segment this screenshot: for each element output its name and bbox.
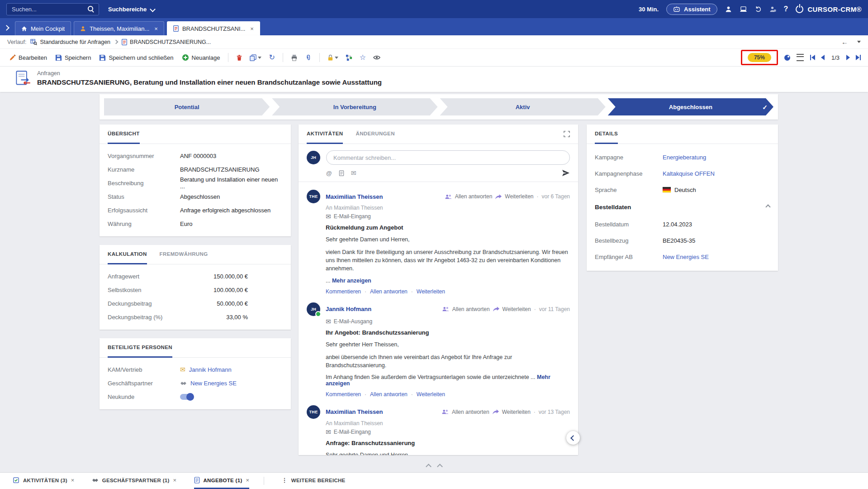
milestone-abgeschlossen[interactable]: Abgeschlossen ✓ xyxy=(608,98,773,115)
history-back-icon[interactable]: ← xyxy=(841,38,848,46)
bottom-tab-weitere-bereiche[interactable]: ⋮ WEITERE BEREICHE xyxy=(281,473,345,489)
field-value[interactable]: 12.04.2023 xyxy=(663,221,692,228)
close-icon[interactable]: × xyxy=(173,477,177,484)
print-button[interactable] xyxy=(289,53,299,62)
author-name[interactable]: Jannik Hofmann xyxy=(326,306,371,312)
next-record-button[interactable] xyxy=(846,55,850,60)
global-search[interactable] xyxy=(6,3,99,15)
email-subject[interactable]: Anfrage: Branschutzssanierung xyxy=(326,440,570,446)
tab-aktivitaeten[interactable]: AKTIVITÄTEN xyxy=(307,125,343,144)
reply-all-action[interactable]: Allen antworten xyxy=(452,409,489,415)
field-value[interactable]: BRANDSCHUTZSANIERUNG xyxy=(180,166,260,173)
email-subject[interactable]: Rückmeldung zum Angebot xyxy=(326,224,570,231)
field-value[interactable]: 33,00 % xyxy=(180,314,248,321)
forward-action[interactable]: Weiterleiten xyxy=(417,288,445,295)
forward-action[interactable]: Weiterleiten xyxy=(505,193,533,200)
field-value[interactable]: 150.000,00 € xyxy=(180,273,248,280)
field-value[interactable]: 100.000,00 € xyxy=(180,287,248,293)
search-input[interactable] xyxy=(11,5,88,13)
field-value[interactable]: Anfrage erfolgreich abgeschlossen xyxy=(180,207,270,214)
bottom-tab-geschaeftspartner[interactable]: GESCHÄFTSPARTNER (1) × xyxy=(92,473,177,489)
milestone-potential[interactable]: Potential xyxy=(104,98,270,115)
field-value[interactable]: BE20435-35 xyxy=(663,237,695,244)
comment-action[interactable]: Kommentieren xyxy=(326,288,361,295)
field-value[interactable]: Euro xyxy=(180,221,192,227)
refresh-button[interactable]: ↻ xyxy=(267,53,276,62)
field-value[interactable]: ANF 0000003 xyxy=(180,153,216,159)
forward-action[interactable]: Weiterleiten xyxy=(503,306,531,312)
last-record-button[interactable] xyxy=(856,55,861,60)
help-button[interactable]: ? xyxy=(784,5,788,13)
user-settings-icon[interactable] xyxy=(769,6,776,13)
collapse-chevron-icon[interactable] xyxy=(765,204,770,209)
milestone-aktiv[interactable]: Aktiv xyxy=(440,98,606,115)
email-subject[interactable]: Ihr Angebot: Brandschutzssanierung xyxy=(326,329,570,336)
form-icon[interactable] xyxy=(339,170,344,176)
breadcrumb-search[interactable]: Standardsuche für Anfragen xyxy=(30,38,110,45)
order-data-section-header[interactable]: Bestelldaten xyxy=(595,198,770,216)
delete-button[interactable] xyxy=(235,53,244,62)
reply-all-action[interactable]: Allen antworten xyxy=(452,306,490,312)
close-icon[interactable]: × xyxy=(154,25,158,32)
reply-all-action[interactable]: Allen antworten xyxy=(370,391,408,398)
forward-action[interactable]: Weiterleiten xyxy=(502,409,531,415)
show-more-link[interactable]: Mehr anzeigen xyxy=(332,278,371,284)
tab-request-brandschutz[interactable]: BRANDSCHUTZSANI... × xyxy=(167,21,260,35)
panel-collapse-button[interactable] xyxy=(566,431,580,445)
power-icon[interactable] xyxy=(796,5,803,13)
expand-icon[interactable] xyxy=(564,125,570,144)
comment-input[interactable] xyxy=(326,150,570,165)
close-icon[interactable]: × xyxy=(246,477,250,484)
bottom-tab-angebote[interactable]: ANGEBOTE (1) × xyxy=(194,473,250,489)
field-value[interactable]: Deutsch xyxy=(674,187,696,193)
favorite-button[interactable]: ☆ xyxy=(358,53,367,62)
tab-uebersicht[interactable]: ÜBERSICHT xyxy=(108,125,140,144)
scroll-up-icon[interactable] xyxy=(426,464,432,470)
newcustomer-toggle[interactable] xyxy=(180,394,194,400)
search-scope-select[interactable]: Suchbereiche xyxy=(105,4,157,14)
save-button[interactable]: Speichern xyxy=(53,53,93,62)
close-icon[interactable]: × xyxy=(250,25,254,32)
send-icon[interactable] xyxy=(562,169,570,177)
email-icon[interactable]: ✉ xyxy=(351,170,356,176)
field-value[interactable]: Abgeschlossen xyxy=(180,193,220,200)
comment-action[interactable]: Kommentieren xyxy=(326,391,361,398)
create-button[interactable]: Neuanlage xyxy=(180,53,222,62)
copy-button[interactable] xyxy=(248,53,263,62)
tab-aenderungen[interactable]: ÄNDERUNGEN xyxy=(356,125,394,144)
edit-button[interactable]: Bearbeiten xyxy=(7,53,49,62)
campaign-phase-link[interactable]: Kaltakquise OFFEN xyxy=(663,170,715,177)
scroll-up-icon[interactable] xyxy=(437,464,443,470)
tab-beteiligte-personen[interactable]: BETEILIGTE PERSONEN xyxy=(108,338,172,358)
assistant-button[interactable]: Assistent xyxy=(666,4,717,15)
kam-link[interactable]: Jannik Hofmann xyxy=(189,366,232,373)
tab-details[interactable]: DETAILS xyxy=(595,125,618,144)
user-icon[interactable] xyxy=(725,6,732,13)
bottom-tab-aktivitaeten[interactable]: AKTIVITÄTEN (3) × xyxy=(13,473,75,489)
tab-mein-cockpit[interactable]: Mein Cockpit xyxy=(15,21,71,35)
forward-action[interactable]: Weiterleiten xyxy=(417,391,445,398)
workstation-icon[interactable] xyxy=(740,6,747,12)
attachment-button[interactable] xyxy=(304,53,313,62)
breadcrumb-record[interactable]: BRANDSCHUTZSANIERUNG... xyxy=(122,39,211,45)
partner-link[interactable]: New Energies SE xyxy=(190,380,237,387)
order-recipient-link[interactable]: New Energies SE xyxy=(663,254,709,260)
campaign-link[interactable]: Energieberatung xyxy=(663,154,706,161)
mention-icon[interactable]: @ xyxy=(326,170,332,177)
close-icon[interactable]: × xyxy=(71,477,75,484)
reply-all-action[interactable]: Allen antworten xyxy=(370,288,408,295)
milestone-vorbereitung[interactable]: In Vorbereitung xyxy=(272,98,437,115)
tab-kalkulation[interactable]: KALKULATION xyxy=(108,245,147,264)
author-name[interactable]: Maximilian Theissen xyxy=(326,408,383,415)
lock-button[interactable] xyxy=(326,53,340,62)
tab-fremdwaehrung[interactable]: FREMDWÄHRUNG xyxy=(160,245,208,264)
redo-icon[interactable] xyxy=(755,6,762,13)
watch-button[interactable] xyxy=(372,53,382,62)
search-icon[interactable] xyxy=(88,6,95,13)
first-record-button[interactable] xyxy=(810,55,815,60)
save-close-button[interactable]: Speichern und schließen xyxy=(97,53,175,62)
tab-scroll-chevron-icon[interactable] xyxy=(4,25,9,31)
previous-record-button[interactable] xyxy=(821,55,825,60)
progress-dot-icon[interactable] xyxy=(784,55,790,61)
history-dropdown-icon[interactable] xyxy=(857,41,861,43)
